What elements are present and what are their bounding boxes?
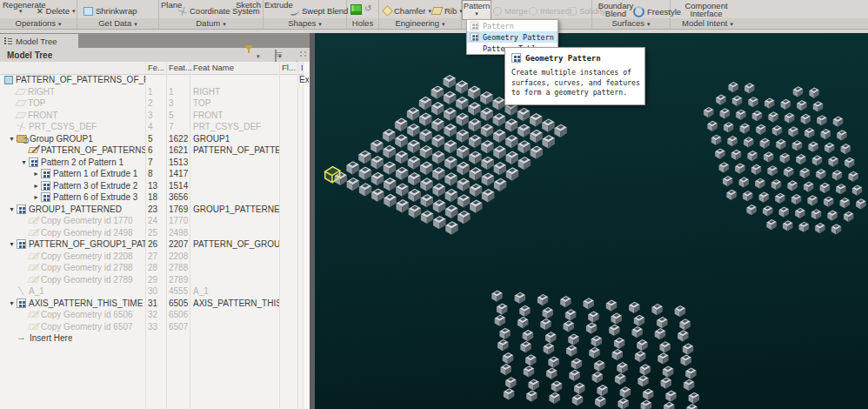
pattern-grid-bottom-block	[503, 352, 514, 364]
pattern-grid-right-block	[832, 170, 843, 180]
expand-arrow[interactable]: ▸	[31, 180, 41, 192]
tree-item-label: AXIS_PATTERN_THIS_TIME	[29, 298, 143, 310]
cell-id: 2207	[169, 238, 191, 251]
cell-fe: 26	[148, 238, 167, 251]
sketch-button[interactable]: Sketch	[236, 0, 261, 10]
shrinkwrap-button[interactable]: Shrinkwrap	[83, 6, 137, 16]
group-label-get-data[interactable]: Get Data▾	[77, 18, 158, 29]
tree-row[interactable]: ▾Pattern 2 of Pattern 171513	[0, 157, 303, 169]
tree-row[interactable]: ▸Pattern 1 of Extrude 181417	[0, 168, 303, 180]
hole-button[interactable]	[351, 4, 362, 15]
cell-fe: 32	[148, 309, 167, 321]
pattern-grid-bottom-block	[499, 328, 511, 339]
pattern-grid-right-block	[781, 99, 791, 110]
tree-item-label: PRT_CSYS_DEF	[29, 121, 97, 133]
component-interface-button[interactable]: Component Interface	[678, 1, 735, 17]
group-label-datum[interactable]: Datum▾	[159, 18, 263, 29]
tree-row[interactable]: ▸Pattern 3 of Extrude 2131514	[0, 180, 303, 192]
tree-row[interactable]: Copy Geometry id 2789292789	[0, 274, 303, 286]
tree-row[interactable]: ▸Pattern 6 of Extrude 3183656	[0, 191, 303, 204]
group-label-surfaces[interactable]: Surfaces▾	[592, 18, 670, 29]
merge-button[interactable]: Merge	[493, 6, 528, 16]
cell-id: 1513	[169, 157, 191, 169]
cosmetic-thread-button[interactable]: ↺	[364, 4, 371, 13]
tree-item-label: A_1	[29, 285, 44, 298]
group-label-shapes[interactable]: Shapes▾	[264, 18, 346, 29]
chevron-down-icon: ▾	[72, 8, 76, 15]
tree-row[interactable]: PATTERN_OF_PATTERNS61621PATTERN_OF_PATTE…	[0, 144, 303, 157]
tree-scrollbar[interactable]	[303, 62, 310, 409]
tree-row[interactable]: PATTERN_OF_PATTERNS_OF_PATTERNS.PRTEx	[0, 74, 303, 86]
tree-row[interactable]: Copy Geometry id 2788282788	[0, 262, 303, 274]
pattern-grid-bottom-block	[540, 318, 551, 330]
pattern-grid-right-block	[775, 193, 785, 204]
tree-row[interactable]: FRONT35FRONT	[0, 110, 303, 122]
extrude-button[interactable]: Extrude	[264, 0, 293, 10]
pattern-grid-right-block	[831, 224, 842, 234]
collapse-arrow[interactable]: ▾	[7, 204, 17, 216]
collapse-arrow[interactable]: ▾	[7, 133, 17, 145]
pattern-grid-right-block	[716, 95, 726, 105]
pattern-grid-bottom-block	[500, 364, 511, 375]
cell-fe: 30	[148, 285, 167, 298]
expand-arrow[interactable]: ▸	[31, 168, 41, 180]
model-tree-tab[interactable]: Model Tree	[0, 34, 78, 48]
regenerate-dropdown[interactable]: ▾	[19, 8, 23, 15]
pattern-grid-bottom-block	[517, 317, 529, 328]
cell-id: 1417	[169, 168, 191, 180]
cell-fe: 29	[148, 274, 167, 286]
tree-row[interactable]: PRT_CSYS_DEF47PRT_CSYS_DEF	[0, 121, 303, 133]
insert-here-row[interactable]: Insert Here	[0, 332, 303, 345]
intersect-button[interactable]: Intersect	[529, 6, 571, 16]
menu-item-pattern[interactable]: Pattern	[467, 20, 558, 31]
tree-row[interactable]: Copy Geometry id 6506326506	[0, 309, 303, 321]
tree-row[interactable]: RIGHT11RIGHT	[0, 86, 303, 98]
pattern-grid-left-block	[419, 112, 432, 125]
pattern-grid-bottom-block	[591, 336, 603, 347]
delete-button[interactable]: ✕ Delete ▾	[37, 6, 76, 16]
tree-row[interactable]: A_1304555A_1	[0, 285, 303, 298]
swept-blend-button[interactable]: Swept Blend	[290, 6, 348, 16]
tree-row[interactable]: ▾Group GROUP151622GROUP1	[0, 133, 303, 145]
cell-fe: 1	[148, 86, 167, 98]
pattern-grid-right-block	[844, 211, 854, 222]
group-label-engineering[interactable]: Engineering▾	[379, 18, 461, 29]
column-feat: Feat...	[169, 63, 192, 72]
group-label-holes[interactable]: Holes	[347, 18, 378, 29]
pattern-grid-bottom-block	[689, 392, 700, 404]
menu-item-geometry-pattern[interactable]: Geometry Pattern	[467, 31, 558, 43]
collapse-arrow[interactable]: ▾	[7, 238, 17, 251]
pattern-grid-right-block	[793, 86, 804, 97]
group-label-model-intent[interactable]: Model Intent▾	[671, 18, 744, 29]
boundary-blend-button[interactable]: Boundary Blend	[597, 1, 635, 17]
pattern-grid-left-block	[470, 184, 483, 197]
tree-row[interactable]: Copy Geometry id 2208272208	[0, 251, 303, 263]
tree-row[interactable]: Copy Geometry id 6507336507	[0, 321, 303, 333]
panel-resize-sash[interactable]	[310, 33, 315, 409]
ribbon-group-surfaces: Boundary Blend Freestyle Surfaces▾	[592, 0, 671, 29]
tree-row[interactable]: Copy Geometry id 1770241770	[0, 215, 303, 227]
collapse-arrow[interactable]: ▾	[19, 157, 29, 169]
column-fl: Fl...	[282, 63, 296, 72]
chevron-down-icon[interactable]: ▾	[278, 53, 282, 60]
copy-geom-icon	[28, 277, 40, 283]
chamfer-button[interactable]: Chamfer ▾	[384, 6, 431, 16]
collapse-arrow[interactable]: ▾	[7, 298, 17, 310]
rib-button[interactable]: Rib ▾	[432, 6, 463, 16]
tree-row[interactable]: ▾PATTERN_OF_GROUP1_PATTERNED262207PATTER…	[0, 238, 303, 251]
pattern-grid-right-block	[776, 139, 786, 150]
expand-arrow[interactable]: ▸	[31, 191, 41, 204]
pattern-grid-left-block	[408, 172, 421, 185]
pattern-button[interactable]: Pattern ▾	[462, 0, 491, 20]
tree-row[interactable]: Copy Geometry id 2498252498	[0, 227, 303, 239]
pattern-grid-left-block	[542, 118, 555, 131]
pattern-grid-right-block	[804, 182, 814, 192]
chevron-down-icon[interactable]: ▾	[257, 53, 260, 60]
tree-row[interactable]: TOP23TOP	[0, 97, 303, 110]
group-label-operations[interactable]: Operations▾	[0, 18, 77, 29]
tree-item-label: TOP	[28, 97, 45, 110]
pattern-grid-bottom-block	[566, 345, 578, 357]
tree-row[interactable]: ▾GROUP1_PATTERNED231769GROUP1_PATTERNED	[0, 204, 303, 216]
tree-row[interactable]: ▾AXIS_PATTERN_THIS_TIME316505AXIS_PATTER…	[0, 298, 303, 310]
pattern-grid-bottom-block	[586, 323, 598, 334]
